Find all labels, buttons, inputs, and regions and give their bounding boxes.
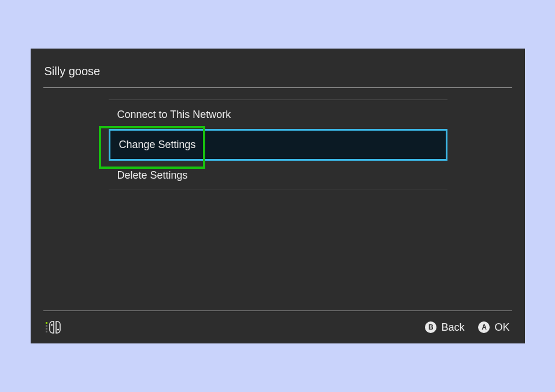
- menu: Connect to This Network Change Settings …: [109, 99, 447, 190]
- footer-right: B Back A OK: [425, 321, 509, 334]
- joycon-icon: [46, 320, 70, 334]
- footer: B Back A OK: [31, 311, 525, 343]
- svg-rect-3: [46, 331, 47, 332]
- svg-rect-1: [46, 325, 47, 327]
- back-label: Back: [441, 321, 464, 334]
- header: Silly goose: [31, 49, 525, 96]
- menu-item-delete-settings[interactable]: Delete Settings: [109, 161, 447, 190]
- ok-button[interactable]: A OK: [478, 321, 509, 334]
- page-title: Silly goose: [43, 65, 512, 86]
- svg-point-4: [50, 324, 52, 326]
- footer-left: [46, 320, 70, 334]
- menu-item-label: Connect to This Network: [117, 109, 231, 121]
- menu-item-change-settings[interactable]: Change Settings: [109, 129, 447, 161]
- ok-label: OK: [494, 321, 509, 334]
- menu-item-label: Delete Settings: [117, 169, 188, 182]
- network-settings-screen: Silly goose Connect to This Network Chan…: [31, 49, 525, 343]
- menu-item-label: Change Settings: [119, 139, 196, 151]
- svg-point-5: [57, 328, 58, 330]
- a-button-icon: A: [478, 321, 490, 333]
- menu-divider: [109, 190, 447, 190]
- svg-rect-2: [46, 328, 47, 330]
- header-divider: [43, 87, 512, 88]
- back-button[interactable]: B Back: [425, 321, 464, 334]
- b-button-icon: B: [425, 321, 436, 333]
- menu-item-connect[interactable]: Connect to This Network: [109, 100, 447, 129]
- svg-rect-0: [46, 322, 47, 324]
